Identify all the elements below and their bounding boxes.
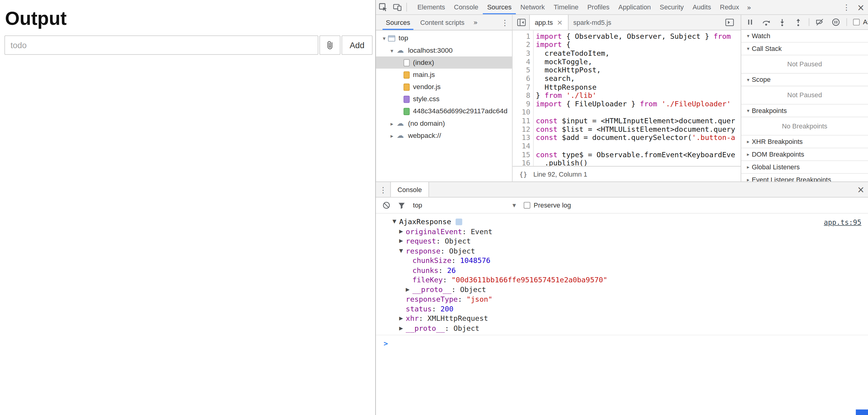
navigator-menu-icon[interactable]: ⋮ <box>498 15 512 30</box>
line-number[interactable]: 10 <box>513 108 530 117</box>
toggle-debugger-sidebar-icon[interactable] <box>725 18 734 26</box>
pretty-print-icon[interactable]: {} <box>519 170 527 178</box>
console-twisty-icon[interactable]: ▶ <box>399 323 406 333</box>
sidebar-section-breakpoints[interactable]: ▾Breakpoints <box>741 104 868 117</box>
line-number[interactable]: 9 <box>513 100 530 108</box>
devtools-close-icon[interactable]: × <box>854 0 868 14</box>
console-property-xhr[interactable]: ▶xhr: XMLHttpRequest <box>376 314 868 323</box>
line-number[interactable]: 12 <box>513 125 530 133</box>
console-twisty-icon[interactable]: ▼ <box>393 217 399 227</box>
navigator-overflow-chevron[interactable]: » <box>471 15 480 30</box>
line-number[interactable]: 4 <box>513 58 530 66</box>
console-twisty-icon[interactable]: ▶ <box>399 227 406 236</box>
tree-item-style-css[interactable]: style.css <box>376 93 512 105</box>
inspect-icon[interactable] <box>376 0 390 14</box>
line-number[interactable]: 8 <box>513 91 530 100</box>
section-twisty-icon[interactable]: ▾ <box>745 33 752 39</box>
line-number[interactable]: 3 <box>513 49 530 58</box>
section-twisty-icon[interactable]: ▸ <box>745 177 752 182</box>
main-tab-profiles[interactable]: Profiles <box>583 0 614 14</box>
console-property-proto[interactable]: ▶__proto__: Object <box>376 323 868 333</box>
sidebar-section-watch[interactable]: ▾Watch <box>741 30 868 43</box>
main-tab-redux[interactable]: Redux <box>716 0 744 14</box>
add-button[interactable]: Add <box>342 35 372 55</box>
console-object-root[interactable]: ▼AjaxResponse <box>376 217 868 227</box>
drawer-close-icon[interactable]: × <box>854 182 868 197</box>
line-number[interactable]: 2 <box>513 41 530 49</box>
pause-on-exceptions-icon[interactable] <box>831 18 840 26</box>
main-tab-sources[interactable]: Sources <box>483 0 516 14</box>
section-twisty-icon[interactable]: ▸ <box>745 139 752 144</box>
deactivate-breakpoints-icon[interactable] <box>815 18 824 26</box>
section-twisty-icon[interactable]: ▾ <box>745 108 752 113</box>
tree-item-top[interactable]: ▾top <box>376 32 512 44</box>
console-property-request[interactable]: ▶request: Object <box>376 236 868 246</box>
tree-item-main-js[interactable]: main.js <box>376 69 512 81</box>
line-number[interactable]: 5 <box>513 66 530 74</box>
sidebar-section-event-listener-breakpoints[interactable]: ▸Event Listener Breakpoints <box>741 174 868 182</box>
line-number[interactable]: 11 <box>513 117 530 125</box>
tree-item-index[interactable]: (index) <box>376 56 512 68</box>
tree-item-webpack[interactable]: ▸☁webpack:// <box>376 129 512 141</box>
sidebar-section-scope[interactable]: ▾Scope <box>741 74 868 86</box>
console-twisty-icon[interactable]: ▶ <box>399 236 406 246</box>
tree-item-localhost-3000[interactable]: ▾☁localhost:3000 <box>376 44 512 56</box>
main-tab-security[interactable]: Security <box>655 0 688 14</box>
main-tab-elements[interactable]: Elements <box>413 0 450 14</box>
attach-button[interactable] <box>319 35 340 55</box>
tree-twisty-icon[interactable]: ▾ <box>388 47 396 53</box>
tree-item-no-domain[interactable]: ▸☁(no domain) <box>376 117 512 129</box>
hide-navigator-icon[interactable] <box>517 18 526 26</box>
filter-icon[interactable] <box>398 202 405 209</box>
main-tab-application[interactable]: Application <box>614 0 655 14</box>
main-tab-network[interactable]: Network <box>516 0 549 14</box>
line-number[interactable]: 16 <box>513 159 530 166</box>
devtools-menu-icon[interactable]: ⋮ <box>839 0 854 14</box>
navigator-tab-sources[interactable]: Sources <box>382 15 413 30</box>
execution-context-selector[interactable]: top ▼ <box>413 201 516 209</box>
editor-tab-app-ts[interactable]: app.ts× <box>529 15 568 30</box>
preserve-log-checkbox[interactable] <box>524 202 530 209</box>
step-over-icon[interactable] <box>762 18 770 26</box>
tree-item-vendor-js[interactable]: vendor.js <box>376 81 512 93</box>
line-number[interactable]: 14 <box>513 142 530 150</box>
console-twisty-icon[interactable]: ▼ <box>399 246 406 256</box>
section-twisty-icon[interactable]: ▾ <box>745 77 752 83</box>
clear-console-icon[interactable] <box>382 201 390 209</box>
main-tab-console[interactable]: Console <box>450 0 483 14</box>
editor-tab-spark-md5-js[interactable]: spark-md5.js <box>568 15 616 30</box>
line-number[interactable]: 1 <box>513 32 530 41</box>
line-number[interactable]: 15 <box>513 150 530 159</box>
tree-twisty-icon[interactable]: ▸ <box>388 132 396 138</box>
sidebar-section-xhr-breakpoints[interactable]: ▸XHR Breakpoints <box>741 136 868 149</box>
todo-input[interactable] <box>4 35 318 55</box>
console-prompt[interactable]: > <box>376 335 868 348</box>
line-number[interactable]: 13 <box>513 133 530 142</box>
async-checkbox[interactable] <box>853 19 860 26</box>
sidebar-section-global-listeners[interactable]: ▸Global Listeners <box>741 161 868 174</box>
console-property-response[interactable]: ▼response: Object <box>376 246 868 256</box>
tab-console[interactable]: Console <box>390 182 429 197</box>
tree-item-448c34a56d699c29117adc64d[interactable]: 448c34a56d699c29117adc64d <box>376 105 512 117</box>
console-twisty-icon[interactable]: ▶ <box>399 314 406 323</box>
sidebar-section-dom-breakpoints[interactable]: ▸DOM Breakpoints <box>741 149 868 161</box>
main-tabs-overflow-chevron[interactable]: » <box>743 0 754 14</box>
step-into-icon[interactable] <box>778 18 786 26</box>
console-source-link[interactable]: app.ts:95 <box>824 218 861 226</box>
section-twisty-icon[interactable]: ▾ <box>745 46 752 52</box>
console-property-originalevent[interactable]: ▶originalEvent: Event <box>376 227 868 236</box>
tree-twisty-icon[interactable]: ▸ <box>388 120 396 126</box>
navigator-tab-content-scripts[interactable]: Content scripts <box>417 15 468 30</box>
step-out-icon[interactable] <box>794 18 803 26</box>
sidebar-section-call-stack[interactable]: ▾Call Stack <box>741 43 868 56</box>
section-twisty-icon[interactable]: ▸ <box>745 164 752 170</box>
line-number[interactable]: 6 <box>513 74 530 83</box>
pause-icon[interactable] <box>746 18 754 26</box>
section-twisty-icon[interactable]: ▸ <box>745 152 752 157</box>
device-toolbar-icon[interactable] <box>390 0 405 14</box>
line-number[interactable]: 7 <box>513 83 530 91</box>
console-property-proto[interactable]: ▶__proto__: Object <box>376 285 868 294</box>
console-twisty-icon[interactable]: ▶ <box>406 285 412 294</box>
main-tab-timeline[interactable]: Timeline <box>549 0 583 14</box>
drawer-menu-icon[interactable]: ⋮ <box>376 182 390 197</box>
